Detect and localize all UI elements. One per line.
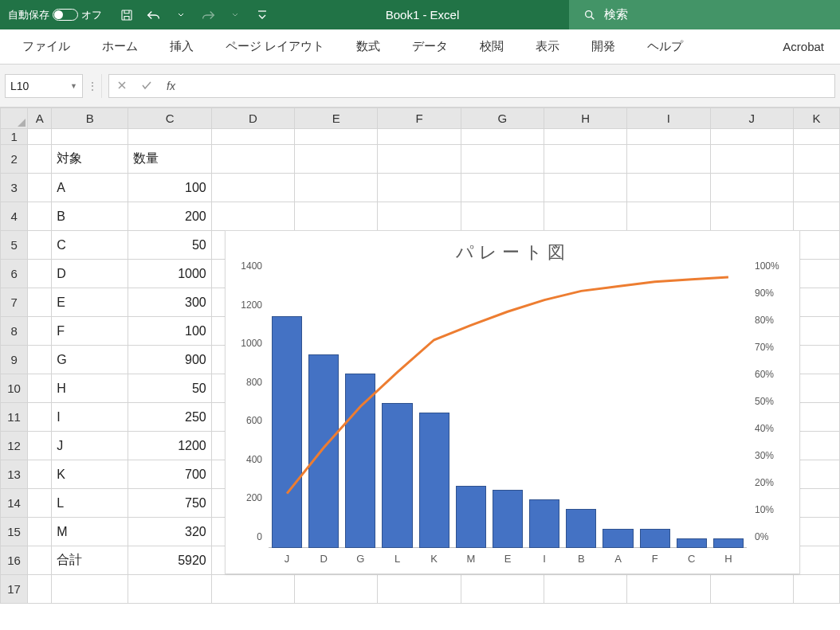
col-header[interactable]: C (128, 108, 211, 129)
cell[interactable]: 200 (128, 202, 211, 231)
cell[interactable] (710, 202, 793, 231)
cell[interactable] (295, 174, 378, 202)
row-header[interactable]: 1 (1, 129, 28, 145)
cell[interactable]: E (52, 288, 128, 317)
cell[interactable]: 対象 (52, 145, 128, 174)
cell[interactable] (378, 174, 461, 202)
cell[interactable] (28, 460, 52, 489)
cell[interactable] (28, 202, 52, 231)
search-box[interactable]: 検索 (569, 0, 840, 29)
cell[interactable] (461, 174, 544, 202)
col-header[interactable]: I (627, 108, 710, 129)
cell[interactable] (28, 403, 52, 432)
cell[interactable]: 300 (128, 288, 211, 317)
tab-review[interactable]: 校閲 (464, 31, 520, 62)
tab-acrobat[interactable]: Acrobat (767, 32, 840, 61)
row-header[interactable]: 9 (1, 346, 28, 374)
formula-bar-grip[interactable]: ⋮ (83, 74, 102, 98)
cell[interactable] (793, 231, 839, 260)
cell[interactable]: 750 (128, 489, 211, 518)
save-button[interactable] (113, 1, 140, 29)
cell[interactable]: D (52, 260, 128, 288)
cell[interactable] (793, 202, 839, 231)
cell[interactable] (793, 546, 839, 575)
row-header[interactable]: 16 (1, 546, 28, 575)
formula-input[interactable] (190, 80, 826, 92)
row-header[interactable]: 13 (1, 460, 28, 489)
name-box[interactable]: L10 ▼ (5, 74, 83, 98)
cell[interactable] (295, 575, 378, 604)
row-header[interactable]: 6 (1, 260, 28, 288)
cell[interactable] (710, 174, 793, 202)
cell[interactable] (28, 432, 52, 460)
cell[interactable] (793, 374, 839, 403)
cell[interactable] (378, 129, 461, 145)
cell[interactable] (28, 575, 52, 604)
cell[interactable] (793, 260, 839, 288)
cell[interactable]: 100 (128, 174, 211, 202)
cell[interactable] (52, 575, 128, 604)
cell[interactable] (793, 575, 839, 604)
cell[interactable] (793, 460, 839, 489)
col-header[interactable]: E (295, 108, 378, 129)
cell[interactable]: A (52, 174, 128, 202)
tab-insert[interactable]: 挿入 (154, 31, 210, 62)
tab-developer[interactable]: 開発 (575, 31, 631, 62)
row-header[interactable]: 3 (1, 174, 28, 202)
pareto-chart[interactable]: パレート図 0200400600800100012001400 0%10%20%… (225, 230, 800, 574)
cell[interactable] (710, 575, 793, 604)
row-header[interactable]: 14 (1, 489, 28, 518)
cell[interactable] (793, 129, 839, 145)
cell[interactable] (28, 231, 52, 260)
cell[interactable]: 数量 (128, 145, 211, 174)
cell[interactable] (627, 145, 710, 174)
row-header[interactable]: 10 (1, 374, 28, 403)
row-header[interactable]: 7 (1, 288, 28, 317)
cell[interactable] (627, 575, 710, 604)
cell[interactable] (793, 432, 839, 460)
row-header[interactable]: 8 (1, 317, 28, 346)
cell[interactable]: L (52, 489, 128, 518)
cell[interactable]: H (52, 374, 128, 403)
cell[interactable] (211, 174, 294, 202)
cell[interactable] (28, 260, 52, 288)
cell[interactable] (128, 575, 211, 604)
cell[interactable]: F (52, 317, 128, 346)
cell[interactable] (28, 346, 52, 374)
cell[interactable] (544, 129, 626, 145)
cell[interactable] (710, 145, 793, 174)
tab-formulas[interactable]: 数式 (340, 31, 396, 62)
cell[interactable] (28, 174, 52, 202)
col-header[interactable]: K (793, 108, 839, 129)
cell[interactable] (710, 129, 793, 145)
cell[interactable] (544, 202, 626, 231)
cell[interactable] (28, 129, 52, 145)
cell[interactable] (211, 202, 294, 231)
row-header[interactable]: 11 (1, 403, 28, 432)
cell[interactable] (211, 575, 294, 604)
cell[interactable] (461, 202, 544, 231)
cell[interactable]: I (52, 403, 128, 432)
cell[interactable] (28, 288, 52, 317)
tab-help[interactable]: ヘルプ (631, 31, 699, 62)
cell[interactable]: G (52, 346, 128, 374)
row-header[interactable]: 2 (1, 145, 28, 174)
tab-file[interactable]: ファイル (6, 31, 86, 62)
row-header[interactable]: 12 (1, 432, 28, 460)
cell[interactable] (28, 317, 52, 346)
cell[interactable] (461, 145, 544, 174)
cell[interactable] (378, 202, 461, 231)
tab-pagelayout[interactable]: ページ レイアウト (210, 31, 340, 62)
cell[interactable] (378, 145, 461, 174)
cell[interactable]: 100 (128, 317, 211, 346)
tab-home[interactable]: ホーム (86, 31, 154, 62)
row-header[interactable]: 17 (1, 575, 28, 604)
cell[interactable] (627, 129, 710, 145)
cell[interactable]: 320 (128, 518, 211, 546)
cell[interactable] (28, 489, 52, 518)
cell[interactable] (793, 489, 839, 518)
cell[interactable] (793, 145, 839, 174)
cell[interactable]: 900 (128, 346, 211, 374)
row-header[interactable]: 5 (1, 231, 28, 260)
cell[interactable] (793, 174, 839, 202)
